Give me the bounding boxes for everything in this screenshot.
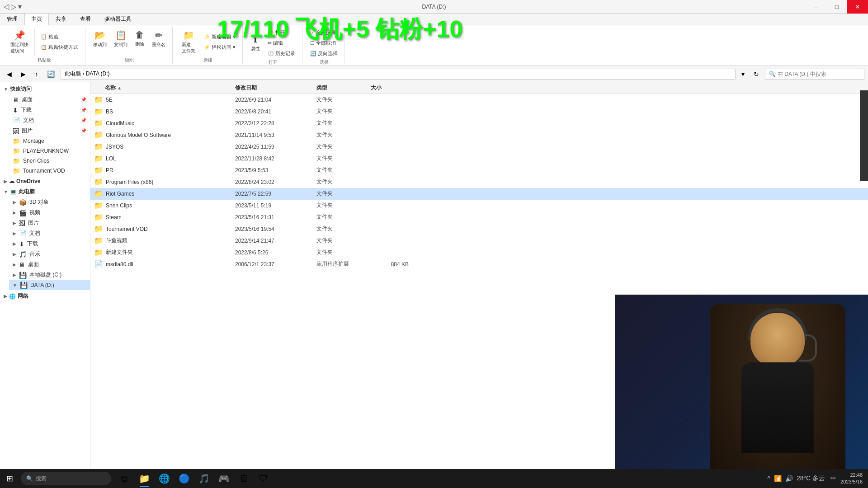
col-header-type[interactable]: 类型: [316, 84, 371, 92]
explorer-button[interactable]: 📁: [135, 469, 154, 488]
sidebar-item-playerunknown[interactable]: 📁 PLAYERUNKNOW: [9, 146, 90, 156]
sidebar-item-shenclips[interactable]: 📁 Shen Clips: [9, 156, 90, 166]
back-button[interactable]: ◀: [4, 69, 15, 80]
sidebar-item-tournament-vod[interactable]: 📁 Tournament VOD: [9, 166, 90, 176]
sidebar-item-pictures[interactable]: 🖼 图片 📌: [9, 126, 90, 136]
select-buttons: ☑ 全部选择 ☐ 全部取消 🔄 反向选择: [307, 28, 341, 58]
system-clock[interactable]: 22:48 2023/5/16: [840, 472, 863, 486]
pin-quick-access-button[interactable]: 📌 固定到快速访问: [7, 28, 32, 56]
app3-button[interactable]: 🛡: [254, 469, 273, 488]
table-row[interactable]: 📁 CloudMusic 2022/3/12 22:28 文件夹: [90, 117, 868, 129]
sidebar-item-c-drive[interactable]: ▶ 💾 本地磁盘 (C:): [9, 270, 90, 280]
tray-volume[interactable]: 🔊: [784, 474, 794, 483]
app2-button[interactable]: 🖥: [234, 469, 253, 488]
edge-button[interactable]: 🌐: [155, 469, 174, 488]
search-icon-taskbar: 🔍: [26, 475, 33, 482]
sidebar-item-documents[interactable]: 📄 文档 📌: [9, 115, 90, 126]
new-folder-button[interactable]: 📁 新建文件夹: [177, 28, 200, 56]
thispc-header[interactable]: ▼ 💻 此电脑: [0, 187, 90, 197]
file-list-header: 名称 ▲ 修改日期 类型 大小: [90, 82, 868, 94]
table-row[interactable]: 📁 BS 2022/6/8 20:41 文件夹: [90, 106, 868, 117]
easy-access-button[interactable]: ⚡ 轻松访问 ▾: [201, 42, 239, 52]
ribbon-tab-view[interactable]: 查看: [73, 13, 98, 25]
properties-button[interactable]: ℹ 属性: [247, 32, 264, 54]
taskview-button[interactable]: ⧉: [115, 469, 134, 488]
select-all-button[interactable]: ☑ 全部选择: [307, 28, 341, 38]
documents-icon: 📄: [13, 117, 20, 124]
table-row[interactable]: 📁 Tournament VOD 2023/5/16 19:54 文件夹: [90, 223, 868, 235]
file-type: 文件夹: [316, 225, 371, 233]
app1-button[interactable]: 🎮: [214, 469, 233, 488]
table-row[interactable]: 📁 JSYOS 2022/4/25 11:59 文件夹: [90, 141, 868, 153]
edit-button[interactable]: ✏ 编辑: [264, 38, 298, 48]
up-button[interactable]: ↑: [32, 69, 41, 80]
table-row[interactable]: 📁 Shen Clips 2023/5/11 5:19 文件夹: [90, 200, 868, 211]
col-header-name[interactable]: 名称 ▲: [90, 84, 235, 92]
sidebar-item-d-drive[interactable]: ▼ 💾 DATA (D:): [9, 280, 90, 290]
sidebar-item-desk[interactable]: ▶ 🖥 桌面: [9, 259, 90, 270]
paste-button[interactable]: 📋 粘贴: [38, 32, 81, 42]
col-header-size[interactable]: 大小: [371, 84, 416, 92]
tray-network[interactable]: 📶: [773, 474, 783, 483]
sidebar-item-3d[interactable]: ▶ 📦 3D 对象: [9, 197, 90, 207]
col-header-date[interactable]: 修改日期: [235, 84, 316, 92]
open-button[interactable]: 📂 打开: [264, 28, 298, 38]
address-refresh-button[interactable]: ↻: [750, 69, 762, 80]
quick-access-header[interactable]: ▼ 快速访问: [0, 84, 90, 94]
rename-button[interactable]: ✏ 重命名: [149, 28, 169, 50]
scrollbar-area[interactable]: [860, 90, 868, 181]
table-row[interactable]: 📄 msdia80.dll 2006/12/1 23:37 应用程序扩展 884…: [90, 258, 868, 270]
new-item-button[interactable]: ✨ 新建项目 ▾: [201, 32, 239, 42]
language-indicator[interactable]: 中: [829, 474, 838, 483]
table-row[interactable]: 📁 新建文件夹 2022/8/6 5:26 文件夹: [90, 247, 868, 258]
table-row[interactable]: 📁 Riot Games 2022/7/5 22:59 文件夹: [90, 188, 868, 200]
table-row[interactable]: 📁 Glorious Model O Software 2021/11/14 9…: [90, 129, 868, 141]
refresh-button[interactable]: 🔄: [44, 69, 58, 80]
chrome-button[interactable]: 🔵: [175, 469, 193, 488]
table-row[interactable]: 📁 Program Files (x86) 2022/8/24 23:02 文件…: [90, 176, 868, 188]
sidebar-item-music[interactable]: ▶ 🎵 音乐: [9, 249, 90, 259]
network-header[interactable]: ▶ 🌐 网络: [0, 291, 90, 301]
maximize-button[interactable]: □: [826, 0, 847, 14]
history-button[interactable]: 🕐 历史记录: [264, 49, 298, 58]
forward-button[interactable]: ▶: [18, 69, 29, 80]
breadcrumb[interactable]: 此电脑 › DATA (D:): [61, 69, 736, 80]
search-box[interactable]: 🔍: [765, 69, 864, 80]
sidebar-item-video[interactable]: ▶ 🎬 视频: [9, 207, 90, 218]
ribbon-tab-share[interactable]: 共享: [49, 13, 73, 25]
file-name-cell: 📁 LOL: [90, 154, 235, 163]
sidebar-item-desktop[interactable]: 🖥 桌面 📌: [9, 94, 90, 105]
table-row[interactable]: 📁 PR 2023/5/9 5:53 文件夹: [90, 164, 868, 176]
search-input[interactable]: [778, 71, 860, 77]
sidebar-item-pics[interactable]: ▶ 🖼 图片: [9, 218, 90, 228]
sidebar-item-docs[interactable]: ▶ 📄 文档: [9, 228, 90, 239]
sidebar-item-montage[interactable]: 📁 Montage: [9, 136, 90, 146]
address-dropdown-button[interactable]: ▾: [738, 69, 748, 80]
ribbon-tab-manage[interactable]: 管理: [0, 13, 24, 25]
thispc-label: 此电脑: [19, 188, 35, 196]
sidebar-item-dl[interactable]: ▶ ⬇ 下载: [9, 239, 90, 249]
paste-shortcut-button[interactable]: 📋 粘贴快捷方式: [38, 42, 81, 52]
sidebar-item-downloads[interactable]: ⬇ 下载 📌: [9, 105, 90, 115]
table-row[interactable]: 📁 Steam 2023/5/16 21:31 文件夹: [90, 211, 868, 223]
select-none-button[interactable]: ☐ 全部取消: [307, 38, 341, 48]
tray-expand[interactable]: ^: [766, 474, 771, 483]
table-row[interactable]: 📁 斗鱼视频 2022/9/14 21:47 文件夹: [90, 235, 868, 247]
delete-button[interactable]: 🗑 删除: [132, 28, 148, 49]
move-to-button[interactable]: 📂 移动到: [90, 28, 110, 50]
invert-button[interactable]: 🔄 反向选择: [307, 49, 341, 58]
close-button[interactable]: ✕: [847, 0, 868, 14]
taskbar-search[interactable]: 🔍 搜索: [21, 472, 111, 485]
tray-weather[interactable]: 28°C 多云: [796, 474, 826, 483]
window-controls[interactable]: ─ □ ✕: [806, 0, 868, 14]
start-button[interactable]: ⊞: [0, 469, 19, 488]
onedrive-header[interactable]: ▶ ☁ OneDrive: [0, 177, 90, 186]
sidebar: ▼ 快速访问 🖥 桌面 📌 ⬇ 下载 📌 📄 文档 📌: [0, 82, 90, 475]
copy-to-button[interactable]: 📋 复制到: [111, 28, 131, 50]
ribbon-tab-driver-tools[interactable]: 驱动器工具: [98, 13, 138, 25]
table-row[interactable]: 📁 5E 2022/6/9 21:04 文件夹: [90, 94, 868, 106]
table-row[interactable]: 📁 LOL 2022/11/28 8:42 文件夹: [90, 153, 868, 164]
ribbon-tab-home[interactable]: 主页: [24, 13, 49, 25]
music-app-button[interactable]: 🎵: [194, 469, 213, 488]
minimize-button[interactable]: ─: [806, 0, 826, 14]
